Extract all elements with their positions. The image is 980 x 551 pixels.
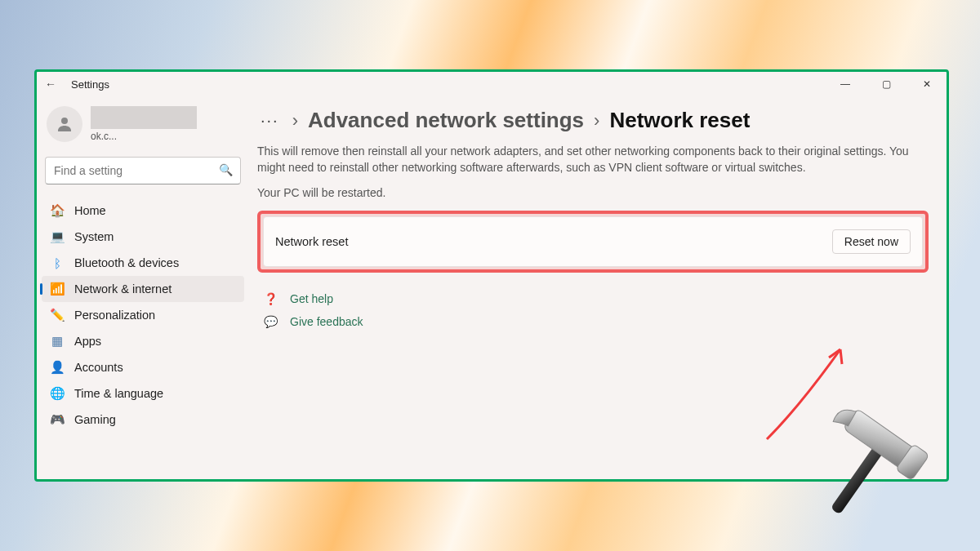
sidebar-item-label: Home xyxy=(74,204,106,217)
sidebar-item-label: Gaming xyxy=(74,413,116,426)
sidebar-item-label: Personalization xyxy=(74,309,155,322)
sidebar-item-gaming[interactable]: 🎮Gaming xyxy=(42,407,244,433)
back-button[interactable]: ← xyxy=(42,78,60,91)
app-title: Settings xyxy=(71,78,109,91)
give-feedback-row[interactable]: 💬 Give feedback xyxy=(257,310,929,333)
main-content: ··· › Advanced network settings › Networ… xyxy=(251,96,947,479)
sidebar-item-accounts[interactable]: 👤Accounts xyxy=(42,354,244,380)
nav-icon: 📶 xyxy=(50,282,65,296)
nav-icon: ✏️ xyxy=(50,308,65,322)
search-input[interactable] xyxy=(45,157,241,184)
nav-icon: 👤 xyxy=(50,360,65,375)
sidebar-item-home[interactable]: 🏠Home xyxy=(42,198,244,224)
profile-email: ok.c... xyxy=(91,131,197,142)
profile-name-redacted xyxy=(91,106,197,129)
chevron-right-icon: › xyxy=(594,110,599,131)
sidebar-item-system[interactable]: 💻System xyxy=(42,224,244,250)
sidebar-item-personalization[interactable]: ✏️Personalization xyxy=(42,302,244,328)
chevron-right-icon: › xyxy=(292,110,298,131)
sidebar: ok.c... 🔍 🏠Home💻SystemᛒBluetooth & devic… xyxy=(37,96,251,479)
nav-icon: 🎮 xyxy=(50,412,65,427)
description-text: This will remove then reinstall all your… xyxy=(257,143,927,176)
breadcrumb: ··· › Advanced network settings › Networ… xyxy=(257,108,929,133)
sidebar-item-network-internet[interactable]: 📶Network & internet xyxy=(42,276,244,302)
nav-icon: 🏠 xyxy=(50,203,65,218)
svg-point-0 xyxy=(61,118,68,124)
card-label: Network reset xyxy=(275,235,348,248)
profile-section[interactable]: ok.c... xyxy=(42,106,244,142)
sidebar-item-time-language[interactable]: 🌐Time & language xyxy=(42,380,244,407)
sidebar-item-label: Time & language xyxy=(74,387,163,400)
sidebar-item-label: Bluetooth & devices xyxy=(74,256,179,269)
sidebar-item-label: Apps xyxy=(74,335,101,348)
highlight-annotation: Network reset Reset now xyxy=(257,211,929,273)
nav-icon: 💻 xyxy=(50,229,65,244)
close-button[interactable]: ✕ xyxy=(912,78,942,90)
sidebar-item-apps[interactable]: ▦Apps xyxy=(42,328,244,354)
titlebar: ← Settings — ▢ ✕ xyxy=(37,72,947,96)
sidebar-item-bluetooth-devices[interactable]: ᛒBluetooth & devices xyxy=(42,250,244,276)
arrow-annotation xyxy=(751,333,865,447)
help-icon: ❓ xyxy=(264,292,278,305)
give-feedback-link[interactable]: Give feedback xyxy=(290,315,363,328)
settings-window: ← Settings — ▢ ✕ ok.c... 🔍 🏠Home💻Systemᛒ… xyxy=(34,69,949,482)
network-reset-card: Network reset Reset now xyxy=(263,216,923,267)
breadcrumb-parent[interactable]: Advanced network settings xyxy=(308,108,584,133)
get-help-link[interactable]: Get help xyxy=(290,292,333,305)
nav-icon: ᛒ xyxy=(50,256,65,270)
breadcrumb-more[interactable]: ··· xyxy=(257,111,283,130)
minimize-button[interactable]: — xyxy=(831,78,860,90)
maximize-button[interactable]: ▢ xyxy=(871,78,901,90)
restart-note: Your PC will be restarted. xyxy=(257,186,929,199)
reset-now-button[interactable]: Reset now xyxy=(832,229,911,254)
avatar-icon xyxy=(47,106,82,142)
feedback-icon: 💬 xyxy=(264,315,278,328)
sidebar-item-label: System xyxy=(74,230,114,243)
nav-icon: 🌐 xyxy=(50,386,65,401)
page-title: Network reset xyxy=(609,108,750,133)
nav-icon: ▦ xyxy=(50,334,65,349)
search-field: 🔍 xyxy=(45,157,241,184)
sidebar-item-label: Accounts xyxy=(74,361,123,374)
nav-list: 🏠Home💻SystemᛒBluetooth & devices📶Network… xyxy=(42,198,244,433)
sidebar-item-label: Network & internet xyxy=(74,282,172,295)
get-help-row[interactable]: ❓ Get help xyxy=(257,287,929,310)
